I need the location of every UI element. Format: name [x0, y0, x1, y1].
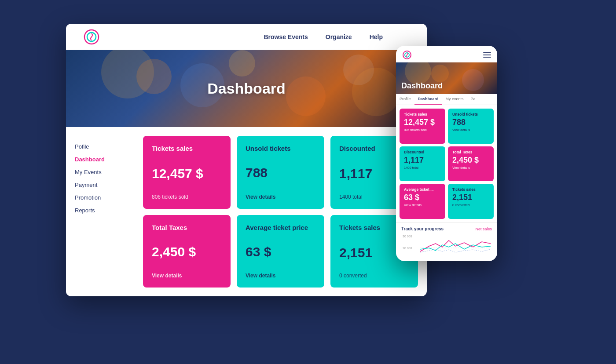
stat-value-2: 788	[246, 165, 315, 180]
mobile-card-value-4: 2,450 $	[452, 156, 489, 165]
mobile-card-sub-2[interactable]: View details	[452, 128, 489, 132]
stat-link-5[interactable]: View details	[246, 273, 315, 279]
stat-link-2[interactable]: View details	[246, 194, 315, 200]
nav-help[interactable]: Help	[370, 33, 383, 40]
mobile-card-1: Tickets sales 12,457 $ 806 tickets sold	[400, 109, 445, 144]
mobile-card-value-1: 12,457 $	[404, 118, 441, 127]
stat-label-5: Average ticket price	[246, 224, 315, 231]
sidebar-item-payment[interactable]: Payment	[75, 178, 125, 191]
stat-card-unsold: Unsold tickets 788 View details	[237, 136, 324, 209]
mobile-card-6: Tickets sales 2,151 0 converted	[448, 184, 494, 219]
mobile-card-label-1: Tickets sales	[404, 112, 441, 116]
mobile-card-value-2: 788	[452, 118, 489, 127]
mobile-card-sub-6: 0 converted	[452, 203, 489, 207]
mobile-tab-pa[interactable]: Pa...	[467, 94, 483, 105]
mobile-card-2: Unsold tickets 788 View details	[448, 109, 494, 144]
mobile-card-4: Total Taxes 2,450 $ View details	[448, 146, 494, 182]
sidebar: Pofile Dashboard My Events Payment Promo…	[66, 127, 134, 296]
mobile-chart-header: Track your progress Net sales	[401, 226, 492, 231]
mobile-hero-title: Dashboard	[401, 81, 443, 91]
svg-text:30 000: 30 000	[403, 235, 412, 238]
mobile-tab-profile[interactable]: Profile	[396, 94, 414, 105]
mobile-card-5: Average ticket ... 63 $ View details	[400, 184, 445, 219]
stat-card-tickets-sales: Tickets sales 12,457 $ 806 tickets sold	[143, 136, 231, 209]
navbar: Browse Events Organize Help	[66, 24, 427, 50]
stat-card-avg-ticket: Average ticket price 63 $ View details	[237, 215, 324, 288]
mobile-card-label-2: Unsold tickets	[452, 112, 489, 116]
stat-label-4: Total Taxes	[152, 224, 222, 231]
mobile-chart-area: Track your progress Net sales 30 000 20 …	[396, 222, 497, 261]
svg-text:20 000: 20 000	[403, 247, 412, 250]
nav-browse-events[interactable]: Browse Events	[264, 33, 308, 40]
desktop-mockup: Browse Events Organize Help Dashboard Po…	[66, 24, 427, 296]
mobile-chart: 30 000 20 000	[401, 234, 492, 256]
mobile-header-bar	[396, 46, 497, 62]
mobile-card-sub-4[interactable]: View details	[452, 166, 489, 170]
mobile-card-label-6: Tickets sales	[452, 187, 489, 192]
logo-icon	[84, 29, 99, 45]
stat-sub-6: 0 converted	[339, 273, 409, 279]
stat-sub-1: 806 tickets sold	[152, 194, 222, 200]
mobile-tab-my-events[interactable]: My events	[442, 94, 467, 105]
mobile-stats-grid: Tickets sales 12,457 $ 806 tickets sold …	[396, 105, 497, 222]
hero-banner: Dashboard	[66, 50, 427, 127]
sidebar-item-promotion[interactable]: Promotion	[75, 191, 125, 204]
mobile-tabs: Profile Dashboard My events Pa...	[396, 94, 497, 105]
mobile-card-sub-1: 806 tickets sold	[404, 128, 441, 132]
main-content: Pofile Dashboard My Events Payment Promo…	[66, 127, 427, 296]
mobile-chart-title: Track your progress	[401, 226, 444, 231]
mobile-card-value-6: 2,151	[452, 193, 489, 202]
stat-label-2: Unsold tickets	[246, 145, 315, 152]
sidebar-item-reports[interactable]: Reports	[75, 204, 125, 217]
mobile-card-label-5: Average ticket ...	[404, 187, 441, 192]
mobile-tab-dashboard[interactable]: Dashboard	[414, 94, 442, 105]
mobile-card-value-5: 63 $	[404, 193, 441, 202]
dashboard-grid: Tickets sales 12,457 $ 806 tickets sold …	[134, 127, 427, 296]
stat-label-1: Tickets sales	[152, 145, 222, 152]
nav-organize[interactable]: Organize	[326, 33, 352, 40]
mobile-card-3: Discounted 1,117 1400 total	[400, 146, 445, 182]
mobile-logo-icon	[402, 50, 412, 60]
stat-value-5: 63 $	[246, 244, 315, 259]
mobile-card-value-3: 1,117	[404, 156, 441, 165]
mobile-hero: Dashboard	[396, 62, 497, 94]
navbar-links: Browse Events Organize Help	[264, 33, 383, 40]
stat-value-1: 12,457 $	[152, 166, 222, 181]
mobile-card-label-4: Total Taxes	[452, 150, 489, 154]
sidebar-item-dashboard[interactable]: Dashboard	[75, 153, 125, 166]
hero-title: Dashboard	[207, 80, 286, 97]
mobile-card-sub-5[interactable]: View details	[404, 203, 441, 207]
stat-link-4[interactable]: View details	[152, 273, 222, 279]
mobile-card-label-3: Discounted	[404, 150, 441, 154]
sidebar-item-my-events[interactable]: My Events	[75, 166, 125, 178]
stat-card-total-taxes: Total Taxes 2,450 $ View details	[143, 215, 231, 288]
mobile-card-sub-3: 1400 total	[404, 166, 441, 170]
sidebar-item-profile[interactable]: Pofile	[75, 140, 125, 153]
mobile-chart-filter[interactable]: Net sales	[475, 227, 492, 231]
mobile-mockup: Dashboard Profile Dashboard My events Pa…	[396, 46, 497, 261]
hamburger-icon[interactable]	[483, 52, 491, 58]
stat-value-4: 2,450 $	[152, 244, 222, 259]
